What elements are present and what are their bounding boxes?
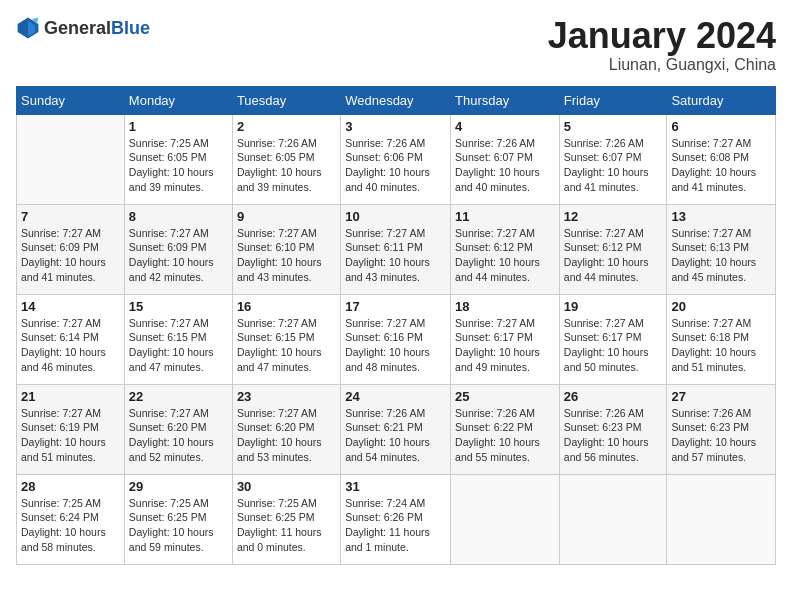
day-number: 28 [21, 479, 120, 494]
calendar-header-row: SundayMondayTuesdayWednesdayThursdayFrid… [17, 86, 776, 114]
day-info: Sunrise: 7:27 AM Sunset: 6:09 PM Dayligh… [21, 226, 120, 285]
day-info: Sunrise: 7:25 AM Sunset: 6:25 PM Dayligh… [237, 496, 336, 555]
day-number: 21 [21, 389, 120, 404]
day-info: Sunrise: 7:27 AM Sunset: 6:14 PM Dayligh… [21, 316, 120, 375]
day-number: 3 [345, 119, 446, 134]
day-info: Sunrise: 7:26 AM Sunset: 6:23 PM Dayligh… [564, 406, 663, 465]
day-number: 31 [345, 479, 446, 494]
calendar-cell: 7Sunrise: 7:27 AM Sunset: 6:09 PM Daylig… [17, 204, 125, 294]
day-info: Sunrise: 7:26 AM Sunset: 6:23 PM Dayligh… [671, 406, 771, 465]
day-info: Sunrise: 7:25 AM Sunset: 6:05 PM Dayligh… [129, 136, 228, 195]
day-number: 11 [455, 209, 555, 224]
day-number: 29 [129, 479, 228, 494]
col-header-friday: Friday [559, 86, 667, 114]
day-info: Sunrise: 7:26 AM Sunset: 6:22 PM Dayligh… [455, 406, 555, 465]
day-number: 16 [237, 299, 336, 314]
day-info: Sunrise: 7:27 AM Sunset: 6:08 PM Dayligh… [671, 136, 771, 195]
day-number: 9 [237, 209, 336, 224]
logo-blue: Blue [111, 18, 150, 38]
day-number: 17 [345, 299, 446, 314]
location-title: Liunan, Guangxi, China [548, 56, 776, 74]
day-number: 15 [129, 299, 228, 314]
calendar-cell: 31Sunrise: 7:24 AM Sunset: 6:26 PM Dayli… [341, 474, 451, 564]
calendar-week-row: 14Sunrise: 7:27 AM Sunset: 6:14 PM Dayli… [17, 294, 776, 384]
title-block: January 2024 Liunan, Guangxi, China [548, 16, 776, 74]
calendar-cell: 28Sunrise: 7:25 AM Sunset: 6:24 PM Dayli… [17, 474, 125, 564]
calendar-cell: 9Sunrise: 7:27 AM Sunset: 6:10 PM Daylig… [232, 204, 340, 294]
col-header-saturday: Saturday [667, 86, 776, 114]
calendar-cell: 3Sunrise: 7:26 AM Sunset: 6:06 PM Daylig… [341, 114, 451, 204]
calendar-cell: 19Sunrise: 7:27 AM Sunset: 6:17 PM Dayli… [559, 294, 667, 384]
calendar-cell: 20Sunrise: 7:27 AM Sunset: 6:18 PM Dayli… [667, 294, 776, 384]
calendar-cell: 2Sunrise: 7:26 AM Sunset: 6:05 PM Daylig… [232, 114, 340, 204]
day-info: Sunrise: 7:27 AM Sunset: 6:17 PM Dayligh… [564, 316, 663, 375]
day-number: 20 [671, 299, 771, 314]
calendar-cell: 4Sunrise: 7:26 AM Sunset: 6:07 PM Daylig… [451, 114, 560, 204]
day-number: 10 [345, 209, 446, 224]
calendar-week-row: 21Sunrise: 7:27 AM Sunset: 6:19 PM Dayli… [17, 384, 776, 474]
day-number: 25 [455, 389, 555, 404]
day-number: 30 [237, 479, 336, 494]
calendar-cell: 23Sunrise: 7:27 AM Sunset: 6:20 PM Dayli… [232, 384, 340, 474]
day-number: 13 [671, 209, 771, 224]
day-number: 14 [21, 299, 120, 314]
day-number: 8 [129, 209, 228, 224]
day-info: Sunrise: 7:27 AM Sunset: 6:11 PM Dayligh… [345, 226, 446, 285]
calendar-cell: 21Sunrise: 7:27 AM Sunset: 6:19 PM Dayli… [17, 384, 125, 474]
day-number: 7 [21, 209, 120, 224]
day-info: Sunrise: 7:24 AM Sunset: 6:26 PM Dayligh… [345, 496, 446, 555]
page-header: GeneralBlue January 2024 Liunan, Guangxi… [16, 16, 776, 74]
calendar-cell: 1Sunrise: 7:25 AM Sunset: 6:05 PM Daylig… [124, 114, 232, 204]
calendar-cell: 12Sunrise: 7:27 AM Sunset: 6:12 PM Dayli… [559, 204, 667, 294]
calendar-cell [451, 474, 560, 564]
col-header-tuesday: Tuesday [232, 86, 340, 114]
calendar-cell [667, 474, 776, 564]
day-number: 12 [564, 209, 663, 224]
day-number: 22 [129, 389, 228, 404]
calendar-cell: 13Sunrise: 7:27 AM Sunset: 6:13 PM Dayli… [667, 204, 776, 294]
logo-general: General [44, 18, 111, 38]
day-info: Sunrise: 7:27 AM Sunset: 6:17 PM Dayligh… [455, 316, 555, 375]
day-info: Sunrise: 7:26 AM Sunset: 6:21 PM Dayligh… [345, 406, 446, 465]
day-info: Sunrise: 7:27 AM Sunset: 6:12 PM Dayligh… [455, 226, 555, 285]
day-info: Sunrise: 7:27 AM Sunset: 6:15 PM Dayligh… [129, 316, 228, 375]
calendar-cell: 10Sunrise: 7:27 AM Sunset: 6:11 PM Dayli… [341, 204, 451, 294]
day-number: 19 [564, 299, 663, 314]
logo-text: GeneralBlue [44, 18, 150, 39]
day-number: 6 [671, 119, 771, 134]
calendar-cell: 25Sunrise: 7:26 AM Sunset: 6:22 PM Dayli… [451, 384, 560, 474]
calendar-cell: 11Sunrise: 7:27 AM Sunset: 6:12 PM Dayli… [451, 204, 560, 294]
calendar-cell [17, 114, 125, 204]
day-info: Sunrise: 7:26 AM Sunset: 6:07 PM Dayligh… [455, 136, 555, 195]
day-number: 2 [237, 119, 336, 134]
calendar-cell: 24Sunrise: 7:26 AM Sunset: 6:21 PM Dayli… [341, 384, 451, 474]
day-number: 18 [455, 299, 555, 314]
calendar-table: SundayMondayTuesdayWednesdayThursdayFrid… [16, 86, 776, 565]
day-info: Sunrise: 7:25 AM Sunset: 6:25 PM Dayligh… [129, 496, 228, 555]
day-number: 23 [237, 389, 336, 404]
calendar-cell: 5Sunrise: 7:26 AM Sunset: 6:07 PM Daylig… [559, 114, 667, 204]
calendar-cell: 8Sunrise: 7:27 AM Sunset: 6:09 PM Daylig… [124, 204, 232, 294]
calendar-cell: 18Sunrise: 7:27 AM Sunset: 6:17 PM Dayli… [451, 294, 560, 384]
day-info: Sunrise: 7:27 AM Sunset: 6:18 PM Dayligh… [671, 316, 771, 375]
calendar-cell [559, 474, 667, 564]
day-number: 1 [129, 119, 228, 134]
day-number: 27 [671, 389, 771, 404]
day-info: Sunrise: 7:26 AM Sunset: 6:06 PM Dayligh… [345, 136, 446, 195]
day-info: Sunrise: 7:27 AM Sunset: 6:13 PM Dayligh… [671, 226, 771, 285]
day-info: Sunrise: 7:27 AM Sunset: 6:16 PM Dayligh… [345, 316, 446, 375]
calendar-cell: 22Sunrise: 7:27 AM Sunset: 6:20 PM Dayli… [124, 384, 232, 474]
day-info: Sunrise: 7:26 AM Sunset: 6:05 PM Dayligh… [237, 136, 336, 195]
day-info: Sunrise: 7:27 AM Sunset: 6:15 PM Dayligh… [237, 316, 336, 375]
col-header-thursday: Thursday [451, 86, 560, 114]
month-title: January 2024 [548, 16, 776, 56]
calendar-cell: 15Sunrise: 7:27 AM Sunset: 6:15 PM Dayli… [124, 294, 232, 384]
day-info: Sunrise: 7:27 AM Sunset: 6:20 PM Dayligh… [237, 406, 336, 465]
calendar-cell: 14Sunrise: 7:27 AM Sunset: 6:14 PM Dayli… [17, 294, 125, 384]
calendar-cell: 26Sunrise: 7:26 AM Sunset: 6:23 PM Dayli… [559, 384, 667, 474]
logo-icon [16, 16, 40, 40]
day-info: Sunrise: 7:27 AM Sunset: 6:10 PM Dayligh… [237, 226, 336, 285]
col-header-wednesday: Wednesday [341, 86, 451, 114]
calendar-cell: 17Sunrise: 7:27 AM Sunset: 6:16 PM Dayli… [341, 294, 451, 384]
col-header-sunday: Sunday [17, 86, 125, 114]
